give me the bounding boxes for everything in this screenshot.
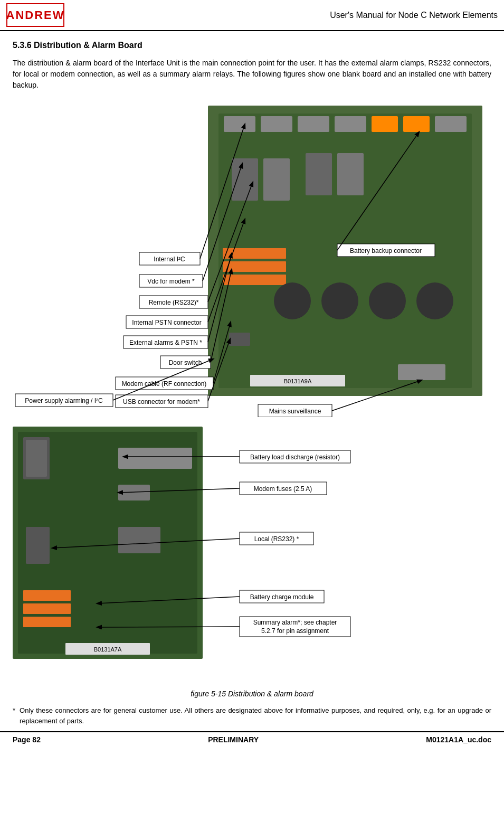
svg-point-18	[369, 282, 406, 319]
svg-point-17	[321, 282, 358, 319]
svg-rect-11	[306, 153, 332, 195]
svg-rect-3	[261, 116, 292, 132]
footer-doc: M0121A1A_uc.doc	[426, 735, 491, 744]
svg-text:Modem fuses (2.5 A): Modem fuses (2.5 A)	[254, 485, 312, 493]
footnote-star-symbol: *	[13, 705, 15, 726]
svg-text:Modem cable (RF connection): Modem cable (RF connection)	[122, 380, 207, 388]
svg-text:Internal PSTN connector: Internal PSTN connector	[132, 319, 201, 326]
svg-point-16	[274, 282, 311, 319]
svg-text:Mains surveillance: Mains surveillance	[269, 408, 321, 415]
svg-rect-7	[403, 116, 430, 132]
svg-text:External alarms & PSTN *: External alarms & PSTN *	[129, 339, 202, 346]
bottom-diagram: B0131A7A Battery load discharge (resisto…	[13, 421, 491, 685]
logo-text: ANDREW	[6, 8, 65, 22]
svg-rect-6	[372, 116, 398, 132]
section-heading: 5.3.6 Distribution & Alarm Board	[13, 41, 491, 50]
footnote: * Only these connectors are for general …	[13, 705, 491, 731]
document-title: User's Manual for Node C Network Element…	[75, 11, 498, 20]
svg-rect-5	[335, 116, 366, 132]
top-diagram: B0131A9A Battery backup connector Intern…	[13, 100, 491, 417]
svg-rect-64	[23, 617, 71, 627]
svg-point-19	[416, 282, 453, 319]
figure-caption: figure 5-15 Distribution & alarm board	[13, 690, 491, 698]
intro-paragraph: The distribution & alarm board of the In…	[13, 58, 491, 91]
svg-text:Battery charge module: Battery charge module	[250, 593, 314, 601]
footnote-text: Only these connectors are for general cu…	[20, 705, 491, 726]
svg-rect-14	[223, 261, 286, 272]
svg-text:Vdc for modem *: Vdc for modem *	[147, 278, 195, 285]
svg-rect-10	[263, 158, 290, 201]
company-logo: ANDREW	[6, 3, 64, 27]
top-diagram-svg: B0131A9A Battery backup connector Intern…	[13, 100, 491, 417]
svg-text:Power supply alarming / I²C: Power supply alarming / I²C	[25, 397, 103, 404]
svg-text:Summary alarm*; see chapter: Summary alarm*; see chapter	[253, 619, 337, 626]
svg-text:Door switch: Door switch	[169, 359, 202, 366]
svg-rect-61	[26, 527, 50, 564]
svg-text:B0131A9A: B0131A9A	[284, 378, 312, 384]
svg-rect-20	[229, 333, 250, 346]
svg-text:Local (RS232) *: Local (RS232) *	[254, 535, 299, 543]
svg-text:Battery backup connector: Battery backup connector	[350, 247, 422, 254]
page-header: ANDREW User's Manual for Node C Network …	[0, 0, 504, 31]
svg-rect-67	[118, 527, 160, 553]
svg-text:Remote (RS232)*: Remote (RS232)*	[149, 299, 199, 306]
svg-rect-62	[23, 590, 71, 601]
svg-text:B0131A7A: B0131A7A	[94, 646, 122, 653]
svg-rect-63	[23, 603, 71, 614]
svg-rect-23	[398, 364, 445, 380]
svg-rect-2	[224, 116, 255, 132]
svg-rect-12	[337, 153, 364, 195]
bottom-diagram-svg: B0131A7A Battery load discharge (resisto…	[13, 421, 491, 685]
svg-rect-8	[435, 116, 467, 132]
svg-rect-15	[223, 275, 286, 285]
svg-rect-4	[298, 116, 329, 132]
svg-rect-65	[118, 448, 192, 469]
svg-rect-60	[26, 440, 47, 477]
page-footer: Page 82 PRELIMINARY M0121A1A_uc.doc	[0, 731, 504, 747]
page-content: 5.3.6 Distribution & Alarm Board The dis…	[0, 31, 504, 731]
footer-page: Page 82	[13, 735, 41, 744]
svg-text:USB connector for modem*: USB connector for modem*	[123, 398, 200, 405]
svg-text:5.2.7 for pin assignment: 5.2.7 for pin assignment	[261, 627, 329, 635]
svg-rect-9	[232, 158, 258, 201]
svg-text:Internal I²C: Internal I²C	[154, 256, 185, 263]
footer-status: PRELIMINARY	[208, 735, 259, 744]
svg-line-85	[97, 627, 240, 627]
svg-text:Battery load discharge (resist: Battery load discharge (resistor)	[250, 454, 340, 461]
